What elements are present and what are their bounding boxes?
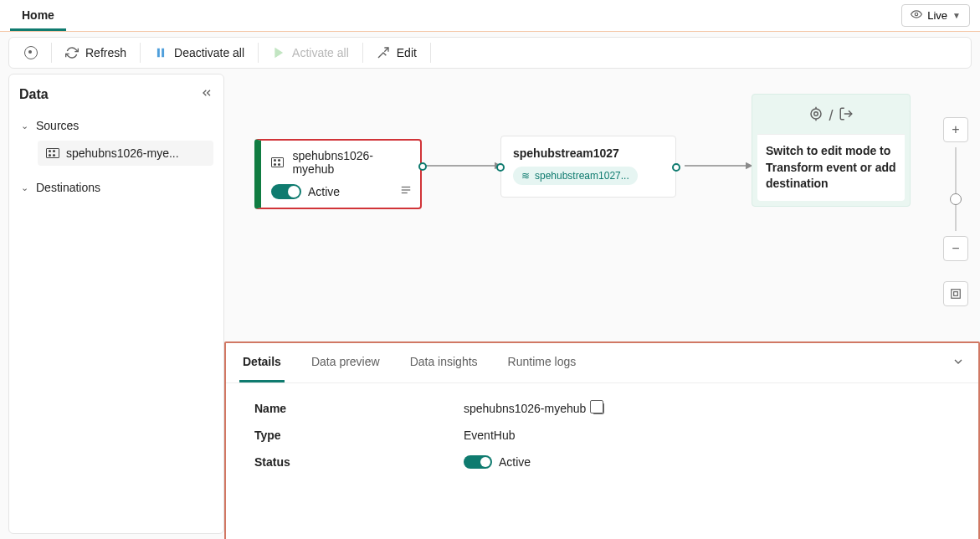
zoom-slider[interactable] — [955, 147, 957, 231]
detail-name-label: Name — [254, 402, 464, 415]
source-node-title: spehubns1026-myehub — [292, 149, 410, 176]
destination-node[interactable]: / Switch to edit mode to Transform event… — [752, 94, 911, 207]
tree-destinations[interactable]: ⌄ Destinations — [19, 176, 213, 199]
eventhub-icon — [46, 148, 59, 158]
source-item-label: spehubns1026-mye... — [66, 146, 179, 160]
flow-canvas[interactable]: spehubns1026-myehub Active spehubstream1… — [224, 74, 980, 539]
detail-status-value: Active — [499, 455, 531, 469]
source-active-toggle[interactable] — [271, 184, 301, 199]
copy-icon[interactable] — [593, 403, 604, 414]
node-menu-icon[interactable] — [400, 184, 412, 199]
settings-button[interactable] — [14, 41, 48, 64]
sidebar-title: Data — [19, 87, 49, 102]
zoom-out-button[interactable]: − — [943, 236, 968, 261]
deactivate-label: Deactivate all — [174, 46, 244, 59]
source-status-label: Active — [308, 185, 340, 198]
output-port[interactable] — [418, 162, 427, 171]
tab-data-preview[interactable]: Data preview — [308, 343, 383, 382]
fit-view-button[interactable] — [943, 281, 968, 306]
edit-label: Edit — [397, 46, 417, 59]
divider — [51, 43, 52, 63]
chevron-down-icon: ▼ — [952, 11, 961, 20]
svg-rect-2 — [162, 49, 164, 58]
svg-rect-13 — [954, 292, 958, 296]
zoom-thumb[interactable] — [950, 193, 962, 205]
svg-point-0 — [915, 13, 918, 16]
gear-icon — [24, 46, 38, 59]
chevron-down-icon: ⌄ — [21, 182, 29, 193]
divider — [430, 43, 431, 63]
eventhub-icon — [271, 157, 284, 167]
chevron-down-icon: ⌄ — [21, 121, 29, 131]
tab-details[interactable]: Details — [239, 343, 285, 382]
deactivate-all-button[interactable]: Deactivate all — [144, 41, 254, 64]
divider — [140, 43, 141, 63]
detail-type-value: EventHub — [464, 429, 515, 442]
detail-status-label: Status — [254, 455, 464, 469]
live-label: Live — [927, 9, 947, 22]
refresh-icon — [65, 46, 79, 59]
stream-pill[interactable]: ≋ spehubstream1027... — [513, 167, 638, 185]
detail-name-value: spehubns1026-myehub — [464, 402, 586, 415]
sources-label: Sources — [36, 119, 79, 132]
refresh-button[interactable]: Refresh — [55, 41, 136, 64]
play-icon — [272, 46, 285, 59]
svg-marker-3 — [275, 49, 282, 58]
svg-rect-12 — [952, 290, 961, 299]
destination-hint: Switch to edit mode to Transform event o… — [757, 134, 905, 201]
stream-pill-label: spehubstream1027... — [535, 170, 629, 182]
eye-icon — [911, 8, 922, 23]
detail-status-toggle[interactable] — [464, 455, 492, 469]
stream-node[interactable]: spehubstream1027 ≋ spehubstream1027... — [500, 136, 676, 198]
pause-icon — [154, 46, 167, 59]
input-port[interactable] — [496, 163, 505, 172]
output-icon — [839, 106, 854, 126]
tab-home[interactable]: Home — [10, 0, 66, 31]
edit-button[interactable]: Edit — [367, 41, 427, 64]
detail-type-label: Type — [254, 429, 464, 442]
svg-point-8 — [814, 112, 818, 116]
output-port[interactable] — [672, 163, 680, 172]
refresh-label: Refresh — [85, 46, 126, 59]
activate-label: Activate all — [292, 46, 349, 59]
zoom-in-button[interactable]: + — [943, 117, 968, 142]
tab-runtime-logs[interactable]: Runtime logs — [505, 343, 580, 382]
stream-node-title: spehubstream1027 — [513, 146, 664, 160]
source-item[interactable]: spehubns1026-mye... — [38, 141, 213, 166]
live-toggle[interactable]: Live ▼ — [901, 4, 970, 27]
tab-data-insights[interactable]: Data insights — [407, 343, 481, 382]
svg-rect-1 — [157, 49, 160, 58]
collapse-panel-icon[interactable] — [952, 355, 965, 371]
slash: / — [829, 107, 833, 125]
tree-sources[interactable]: ⌄ Sources — [19, 114, 213, 137]
svg-point-7 — [811, 109, 821, 119]
zoom-controls: + − — [943, 117, 968, 306]
destinations-label: Destinations — [36, 181, 100, 194]
collapse-icon[interactable] — [200, 86, 213, 102]
source-node[interactable]: spehubns1026-myehub Active — [254, 139, 422, 209]
data-sidebar: Data ⌄ Sources spehubns1026-mye... ⌄ Des… — [8, 74, 224, 534]
details-panel: Details Data preview Data insights Runti… — [224, 341, 980, 539]
stream-icon: ≋ — [521, 170, 530, 182]
activate-all-button[interactable]: Activate all — [262, 41, 359, 64]
divider — [362, 43, 363, 63]
transform-icon — [808, 106, 824, 126]
edit-icon — [377, 46, 390, 59]
divider — [258, 43, 259, 63]
